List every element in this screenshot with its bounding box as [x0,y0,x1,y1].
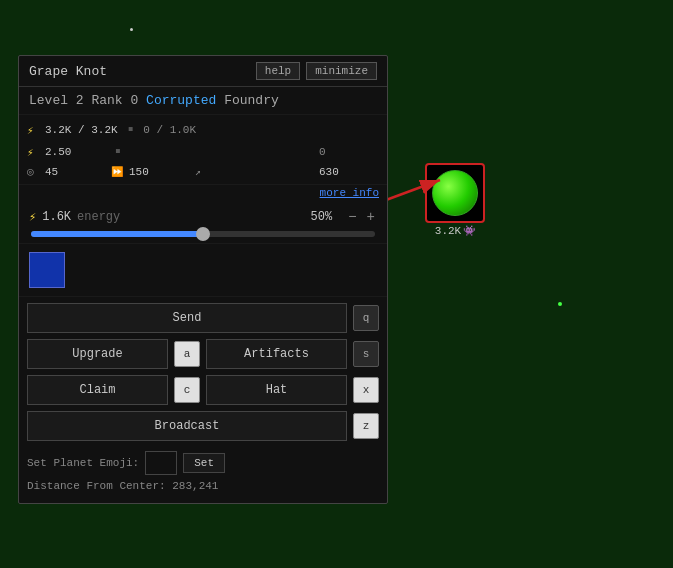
panel-title: Grape Knot [29,64,107,79]
top-dot [130,28,133,31]
corrupted-text: Corrupted [146,93,216,108]
distance-label: Distance From Center: 283,241 [27,480,218,492]
stat-val1b: 0 / 1.0K [143,124,203,136]
send-row: Send q [27,303,379,333]
minimize-button[interactable]: minimize [306,62,377,80]
claim-button[interactable]: Claim [27,375,168,405]
energy-value: 1.6K [42,210,71,224]
send-button[interactable]: Send [27,303,347,333]
panel-header: Grape Knot help minimize [19,56,387,87]
header-buttons: help minimize [256,62,377,80]
broadcast-key[interactable]: z [353,413,379,439]
color-picker[interactable] [29,252,65,288]
artifacts-button[interactable]: Artifacts [206,339,347,369]
hat-button[interactable]: Hat [206,375,347,405]
set-button[interactable]: Set [183,453,225,473]
planet-icon [425,163,485,223]
energy-plus-button[interactable]: + [365,209,377,225]
emoji-input[interactable] [145,451,177,475]
more-info-text: more info [320,187,379,199]
claim-hat-row: Claim c Hat x [27,375,379,405]
stat-val2a: 2.50 [45,146,105,158]
claim-key[interactable]: c [174,377,200,403]
level-text: Level [29,93,68,108]
broadcast-button[interactable]: Broadcast [27,411,347,441]
planet-circle [432,170,478,216]
rank-text: Rank [91,93,122,108]
fast-forward-icon: ⏩ [111,166,123,178]
energy-percent: 50% [311,210,333,224]
energy-minus-button[interactable]: − [346,209,358,225]
buttons-section: Send q Upgrade a Artifacts s Claim c Hat… [19,297,387,503]
energy-label: energy [77,210,305,224]
planet-value: 3.2K [435,225,461,237]
stat-val3b: 150 [129,166,189,178]
planet-emoji: 👾 [463,225,475,237]
arrow-up-icon: ↗ [195,166,201,178]
emoji-label: Set Planet Emoji: [27,457,139,469]
upgrade-button[interactable]: Upgrade [27,339,168,369]
more-info-link[interactable]: more info [19,185,387,203]
rank-num: 0 [130,93,138,108]
emoji-row: Set Planet Emoji: Set [27,447,379,477]
foundry-text: Foundry [224,93,279,108]
broadcast-row: Broadcast z [27,411,379,441]
hat-key[interactable]: x [353,377,379,403]
stat-val2b: 0 [319,146,379,158]
color-section [19,244,387,297]
stat-divider-1: ▪ [126,121,136,139]
stat-row-1: ⚡ 3.2K / 3.2K ▪ 0 / 1.0K [27,119,379,141]
artifacts-key[interactable]: s [353,341,379,367]
help-button[interactable]: help [256,62,300,80]
slider-thumb [196,227,210,241]
stat-val3c: 630 [319,166,379,178]
level-row: Level 2 Rank 0 Corrupted Foundry [19,87,387,115]
stat-val1a: 3.2K / 3.2K [45,124,118,136]
stat-icon-3: ◎ [27,165,41,178]
send-key[interactable]: q [353,305,379,331]
planet-container: 3.2K 👾 [425,163,485,237]
stat-row-2: ⚡ 2.50 ▪ 0 [27,141,379,163]
stat-icon-1: ⚡ [27,124,41,137]
slider-fill [31,231,203,237]
energy-row: ⚡ 1.6K energy 50% − + [29,209,377,225]
stats-section: ⚡ 3.2K / 3.2K ▪ 0 / 1.0K ⚡ 2.50 ▪ 0 ◎ 45… [19,115,387,185]
energy-section: ⚡ 1.6K energy 50% − + [19,203,387,244]
distance-row: Distance From Center: 283,241 [27,477,379,497]
stat-divider-2: ▪ [113,143,123,161]
energy-icon: ⚡ [29,210,36,225]
level-num: 2 [76,93,84,108]
stat-val3a: 45 [45,166,105,178]
right-dot [558,302,562,306]
stat-row-3: ◎ 45 ⏩ 150 ↗ 630 [27,163,379,180]
slider-container [29,231,377,237]
stat-icon-2: ⚡ [27,146,41,159]
energy-slider[interactable] [31,231,375,237]
upgrade-key[interactable]: a [174,341,200,367]
upgrade-artifacts-row: Upgrade a Artifacts s [27,339,379,369]
planet-label: 3.2K 👾 [435,225,475,237]
main-panel: Grape Knot help minimize Level 2 Rank 0 … [18,55,388,504]
